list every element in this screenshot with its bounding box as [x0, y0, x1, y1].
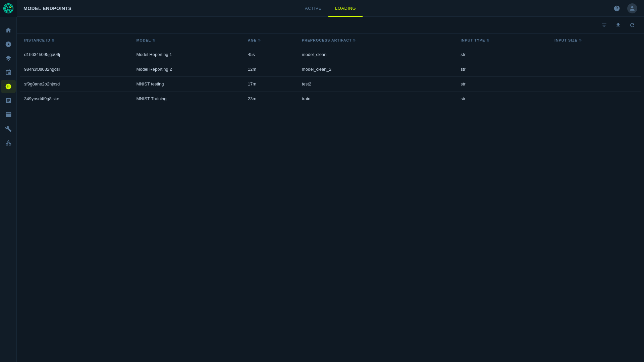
sidebar-item-home[interactable] [1, 23, 16, 37]
cell-input_size-1 [550, 62, 641, 77]
table-row[interactable]: d1h634h095jga09jModel Reporting 145smode… [20, 47, 641, 62]
sidebar-nav [0, 19, 16, 362]
cell-input_size-2 [550, 77, 641, 92]
cell-preprocess_artifact-0: model_clean [298, 47, 457, 62]
table-row[interactable]: 984h3t0s032ngdslModel Reporting 212mmode… [20, 62, 641, 77]
tab-active[interactable]: ACTIVE [298, 0, 328, 17]
sidebar [0, 0, 17, 362]
sidebar-item-reports[interactable] [1, 94, 16, 107]
sidebar-item-tools[interactable] [1, 122, 16, 135]
sort-icon-input-size: ⇅ [579, 39, 582, 42]
sort-icon-model: ⇅ [152, 39, 155, 42]
header-actions [612, 3, 637, 13]
sidebar-item-deploy[interactable] [1, 136, 16, 149]
sort-icon-preprocess: ⇅ [353, 39, 356, 42]
sidebar-item-tables[interactable] [1, 108, 16, 121]
cell-preprocess_artifact-3: train [298, 92, 457, 106]
sort-icon-input-type: ⇅ [486, 39, 489, 42]
cell-age-1: 12m [244, 62, 298, 77]
sort-icon-age: ⇅ [258, 39, 261, 42]
cell-instance_id-0: d1h634h095jga09j [20, 47, 132, 62]
cell-input_size-0 [550, 47, 641, 62]
col-input-size[interactable]: INPUT SIZE ⇅ [550, 34, 641, 47]
download-button[interactable] [613, 20, 623, 30]
table-header: INSTANCE ID ⇅ MODEL ⇅ AGE ⇅ [20, 34, 641, 47]
cell-model-3: MNIST Training [132, 92, 244, 106]
app-logo [3, 3, 13, 13]
cell-input_type-1: str [457, 62, 550, 77]
cell-age-3: 23m [244, 92, 298, 106]
table-container: INSTANCE ID ⇅ MODEL ⇅ AGE ⇅ [17, 34, 644, 362]
col-age[interactable]: AGE ⇅ [244, 34, 298, 47]
sidebar-item-endpoints[interactable] [1, 80, 16, 93]
cell-instance_id-3: 349ynsd4f9g8lske [20, 92, 132, 106]
sidebar-item-models[interactable] [1, 38, 16, 51]
user-avatar-button[interactable] [627, 3, 637, 13]
toolbar-row [17, 17, 644, 34]
cell-instance_id-1: 984h3t0s032ngdsl [20, 62, 132, 77]
cell-input_type-3: str [457, 92, 550, 106]
col-input-type[interactable]: INPUT TYPE ⇅ [457, 34, 550, 47]
top-header: MODEL ENDPOINTS ACTIVE LOADING [17, 0, 644, 17]
cell-instance_id-2: sf9g8ane2o2hjnsd [20, 77, 132, 92]
sidebar-logo[interactable] [0, 0, 17, 17]
col-model[interactable]: MODEL ⇅ [132, 34, 244, 47]
cell-input_type-2: str [457, 77, 550, 92]
cell-input_type-0: str [457, 47, 550, 62]
col-instance-id[interactable]: INSTANCE ID ⇅ [20, 34, 132, 47]
endpoints-table: INSTANCE ID ⇅ MODEL ⇅ AGE ⇅ [20, 34, 641, 106]
tab-nav: ACTIVE LOADING [298, 0, 363, 17]
refresh-button[interactable] [627, 20, 637, 30]
cell-model-0: Model Reporting 1 [132, 47, 244, 62]
table-body: d1h634h095jga09jModel Reporting 145smode… [20, 47, 641, 106]
sort-icon-instance-id: ⇅ [52, 39, 55, 42]
cell-input_size-3 [550, 92, 641, 106]
cell-preprocess_artifact-1: model_clean_2 [298, 62, 457, 77]
cell-age-0: 45s [244, 47, 298, 62]
tab-loading[interactable]: LOADING [328, 0, 363, 17]
help-button[interactable] [612, 3, 622, 13]
cell-model-2: MNIST testing [132, 77, 244, 92]
table-row[interactable]: 349ynsd4f9g8lskeMNIST Training23mtrainst… [20, 92, 641, 106]
filter-button[interactable] [599, 20, 609, 30]
page-title: MODEL ENDPOINTS [23, 6, 71, 11]
cell-age-2: 17m [244, 77, 298, 92]
table-row[interactable]: sf9g8ane2o2hjnsdMNIST testing17mtest2str [20, 77, 641, 92]
cell-preprocess_artifact-2: test2 [298, 77, 457, 92]
svg-point-1 [9, 6, 11, 8]
col-preprocess-artifact[interactable]: PREPROCESS ARTIFACT ⇅ [298, 34, 457, 47]
sidebar-item-layers[interactable] [1, 52, 16, 65]
sidebar-item-integrations[interactable] [1, 66, 16, 79]
cell-model-1: Model Reporting 2 [132, 62, 244, 77]
main-content: MODEL ENDPOINTS ACTIVE LOADING [17, 0, 644, 362]
